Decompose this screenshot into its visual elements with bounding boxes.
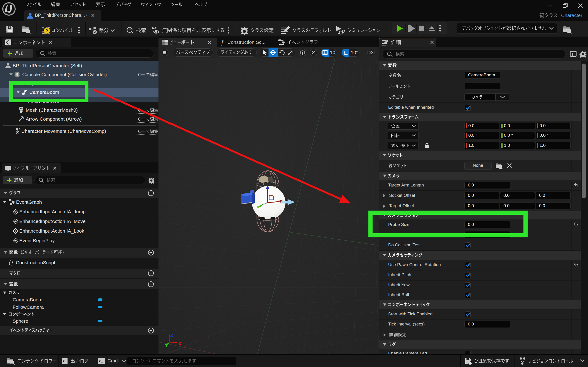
svg-text:Y: Y bbox=[165, 343, 168, 348]
svg-text:f: f bbox=[221, 39, 224, 46]
svg-text:Z: Z bbox=[170, 333, 173, 338]
svg-text:f: f bbox=[11, 261, 13, 266]
svg-text:?: ? bbox=[45, 28, 48, 33]
svg-text:X: X bbox=[178, 341, 182, 346]
